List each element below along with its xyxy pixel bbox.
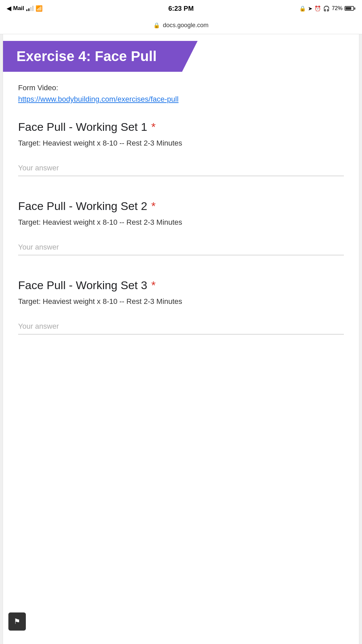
- form-video-label: Form Video:: [18, 84, 344, 92]
- battery-icon: [345, 6, 355, 11]
- working-set-3-section: Face Pull - Working Set 3 * Target: Heav…: [3, 265, 359, 344]
- set-3-required: *: [151, 279, 156, 292]
- set-3-title: Face Pull - Working Set 3 *: [18, 279, 344, 292]
- set-1-answer-input[interactable]: [18, 160, 344, 176]
- status-bar-time: 6:23 PM: [168, 5, 194, 12]
- url-lock-icon: 🔒: [153, 22, 160, 29]
- exercise-banner: Exercise 4: Face Pull: [3, 41, 198, 72]
- location-icon: ➤: [308, 5, 312, 12]
- set-1-required: *: [151, 120, 156, 133]
- url-bar[interactable]: 🔒 docs.google.com: [0, 17, 362, 34]
- set-2-answer-input[interactable]: [18, 239, 344, 255]
- page-content: Exercise 4: Face Pull Form Video: https:…: [3, 34, 359, 644]
- set-2-title: Face Pull - Working Set 2 *: [18, 200, 344, 213]
- alarm-icon: ⏰: [314, 5, 321, 12]
- headphone-icon: 🎧: [323, 5, 330, 12]
- battery-percent: 72%: [332, 5, 343, 11]
- set-2-subtitle: Target: Heaviest weight x 8-10 -- Rest 2…: [18, 217, 344, 228]
- signal-bars: [26, 6, 34, 11]
- form-video-section: Form Video: https://www.bodybuilding.com…: [3, 72, 359, 107]
- status-bar: ◀ Mail 📶 6:23 PM 🔒 ➤ ⏰ 🎧 72%: [0, 0, 362, 17]
- status-bar-left: ◀ Mail 📶: [7, 5, 43, 12]
- feedback-button[interactable]: ⚑: [8, 612, 26, 631]
- working-set-2-section: Face Pull - Working Set 2 * Target: Heav…: [3, 186, 359, 265]
- set-2-required: *: [151, 200, 156, 213]
- url-text: docs.google.com: [163, 22, 208, 29]
- exercise-title: Exercise 4: Face Pull: [16, 48, 157, 64]
- lock-status-icon: 🔒: [299, 5, 306, 12]
- set-1-subtitle: Target: Heaviest weight x 8-10 -- Rest 2…: [18, 138, 344, 149]
- form-video-link[interactable]: https://www.bodybuilding.com/exercises/f…: [18, 95, 178, 103]
- working-set-1-section: Face Pull - Working Set 1 * Target: Heav…: [3, 107, 359, 186]
- app-name: Mail: [13, 5, 24, 12]
- set-3-subtitle: Target: Heaviest weight x 8-10 -- Rest 2…: [18, 296, 344, 307]
- set-3-answer-input[interactable]: [18, 319, 344, 334]
- set-1-title: Face Pull - Working Set 1 *: [18, 120, 344, 133]
- wifi-icon: 📶: [36, 5, 43, 12]
- status-bar-right: 🔒 ➤ ⏰ 🎧 72%: [299, 5, 355, 12]
- back-icon: ◀: [7, 5, 11, 12]
